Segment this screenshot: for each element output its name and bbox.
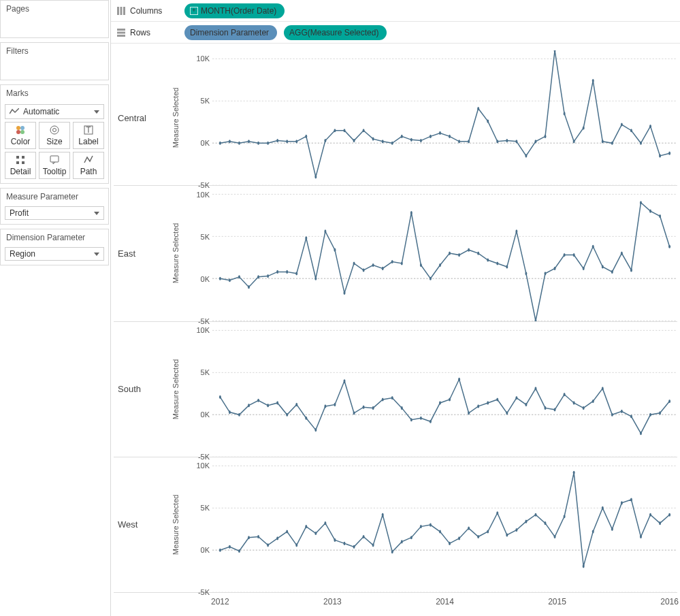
svg-point-81 (276, 270, 278, 274)
svg-point-147 (410, 418, 412, 421)
plot-area[interactable] (212, 322, 677, 457)
svg-point-139 (334, 402, 336, 406)
svg-point-76 (229, 278, 231, 282)
plot-area[interactable] (212, 186, 677, 321)
svg-point-152 (458, 377, 460, 380)
svg-point-110 (554, 267, 556, 270)
marks-tooltip-button[interactable]: Tooltip (39, 152, 70, 179)
svg-point-138 (324, 404, 326, 408)
svg-point-174 (668, 399, 670, 402)
svg-point-65 (621, 123, 623, 126)
color-icon (15, 125, 26, 135)
svg-point-27 (257, 142, 259, 145)
svg-point-191 (334, 538, 336, 542)
svg-point-184 (267, 543, 269, 547)
svg-point-142 (363, 405, 365, 408)
svg-point-219 (602, 506, 604, 510)
svg-point-220 (611, 527, 613, 530)
marks-size-label: Size (46, 137, 62, 146)
svg-rect-9 (22, 156, 25, 159)
svg-point-30 (286, 140, 288, 143)
svg-point-0 (16, 126, 20, 130)
svg-point-34 (324, 139, 326, 142)
rows-pill-measure[interactable]: AGG(Measure Selected) (284, 25, 387, 40)
marks-path-button[interactable]: Path (73, 152, 104, 179)
svg-point-2 (16, 130, 20, 134)
marks-title: Marks (1, 85, 108, 101)
svg-point-155 (487, 401, 489, 404)
svg-point-212 (534, 513, 536, 516)
svg-point-130 (248, 404, 250, 407)
svg-point-88 (344, 291, 346, 295)
svg-point-218 (592, 530, 594, 533)
svg-point-208 (496, 511, 498, 515)
svg-point-179 (219, 548, 221, 551)
svg-point-86 (324, 230, 326, 233)
y-axis-label: Measure Selected (172, 50, 182, 185)
svg-point-170 (630, 415, 632, 418)
x-tick: 2013 (323, 597, 342, 606)
rows-shelf[interactable]: Rows Dimension Parameter AGG(Measure Sel… (111, 22, 680, 44)
marks-color-label: Color (11, 137, 31, 146)
filters-shelf[interactable]: Filters (0, 42, 109, 80)
x-tick: 2012 (211, 597, 229, 606)
svg-point-225 (659, 521, 661, 525)
svg-point-120 (649, 210, 651, 213)
measure-parameter-dropdown[interactable]: Profit (5, 206, 104, 220)
plot-area[interactable] (212, 50, 677, 185)
svg-point-183 (257, 535, 259, 538)
marks-color-button[interactable]: Color (5, 122, 36, 149)
svg-rect-15 (123, 7, 125, 15)
svg-point-115 (602, 265, 604, 269)
pages-shelf[interactable]: Pages (0, 0, 109, 38)
svg-point-104 (496, 262, 498, 265)
svg-point-213 (545, 521, 547, 525)
svg-point-64 (611, 142, 613, 145)
marks-detail-button[interactable]: Detail (5, 152, 36, 179)
svg-point-198 (401, 540, 403, 543)
rows-pill-dimension[interactable]: Dimension Parameter (184, 25, 277, 40)
svg-point-93 (391, 260, 393, 263)
svg-point-83 (295, 272, 297, 276)
columns-shelf[interactable]: Columns + MONTH(Order Date) (111, 0, 680, 22)
columns-pill-month[interactable]: + MONTH(Order Date) (184, 3, 285, 18)
columns-icon (116, 6, 126, 16)
x-tick: 2016 (660, 597, 679, 606)
svg-point-39 (372, 137, 374, 141)
dimension-parameter-dropdown[interactable]: Region (5, 247, 104, 261)
svg-point-133 (276, 401, 278, 404)
svg-rect-11 (22, 161, 25, 164)
svg-rect-14 (120, 7, 123, 15)
marks-type-dropdown[interactable]: Automatic (5, 104, 104, 119)
svg-point-201 (430, 523, 432, 526)
svg-point-217 (583, 564, 585, 568)
marks-label-button[interactable]: T Label (73, 122, 104, 149)
svg-point-31 (295, 140, 297, 143)
svg-point-113 (583, 267, 585, 270)
svg-point-127 (219, 395, 221, 398)
svg-point-226 (668, 513, 670, 516)
path-icon (83, 155, 94, 165)
plot-area[interactable] (212, 457, 677, 592)
svg-point-77 (238, 275, 240, 278)
svg-point-165 (583, 406, 585, 409)
columns-pill-label: MONTH(Order Date) (201, 6, 276, 16)
svg-point-223 (640, 535, 642, 538)
svg-rect-8 (16, 156, 19, 159)
svg-point-182 (248, 536, 250, 539)
viz-area[interactable]: CentralMeasure Selected-5K0K5K10KEastMea… (111, 44, 680, 616)
svg-point-48 (458, 140, 460, 143)
svg-point-118 (630, 269, 632, 272)
svg-point-144 (382, 398, 384, 401)
svg-point-199 (410, 536, 412, 539)
columns-shelf-label: Columns (130, 6, 162, 16)
svg-point-106 (515, 230, 517, 233)
svg-point-172 (649, 412, 651, 416)
chevron-down-icon (94, 110, 99, 114)
marks-size-button[interactable]: Size (39, 122, 70, 149)
x-tick: 2014 (436, 597, 454, 606)
y-tick: 10K (196, 326, 210, 334)
svg-point-186 (286, 530, 288, 533)
svg-point-202 (439, 530, 441, 533)
svg-point-103 (487, 259, 489, 262)
